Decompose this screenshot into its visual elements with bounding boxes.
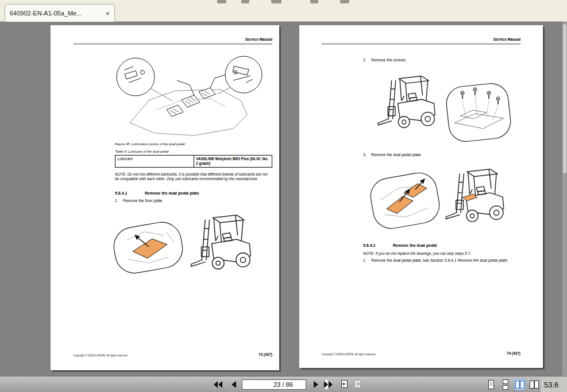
- note-text: NOTE: If you do not replace the bearings…: [363, 251, 517, 256]
- section-heading: 5.8.4.1Remove the dual pedal plate: [115, 191, 199, 195]
- clipped-toolbar-fragment: [340, 0, 349, 3]
- step-number: 2.: [363, 58, 371, 63]
- book-view-icon: [529, 379, 539, 390]
- lubricant-table: Lubricant VASELINE Molykote BR2 Plus (NL…: [115, 155, 272, 168]
- header-rule: [322, 43, 520, 45]
- next-page-button[interactable]: [311, 381, 321, 389]
- tab-title: 640902-EN-A1-05a_Me...: [10, 10, 102, 17]
- clipped-toolbar-fragment: [310, 0, 318, 3]
- previous-view-button[interactable]: [339, 380, 349, 388]
- page-number: 74 (437): [507, 351, 520, 355]
- scrollbar-thumb[interactable]: [563, 24, 566, 173]
- section-number: 5.8.4.2: [363, 243, 393, 247]
- page-number-box: ▼: [242, 379, 306, 390]
- step-item: 2.Remove the screws.: [363, 58, 512, 63]
- step-item: 1.Remove the dual pedal plate, see Secti…: [363, 258, 516, 263]
- remove-pedal-plate-illustration: [369, 160, 513, 243]
- copyright-text: Copyright © 2018 by MCFE. All rights res…: [74, 354, 128, 357]
- copyright-text: Copyright © 2018 by MCFE. All rights res…: [322, 353, 376, 356]
- previous-page-button[interactable]: [228, 381, 238, 389]
- table-cell-lubricant-value: VASELINE Molykote BR2 Plus (NLGI. No. 2 …: [194, 156, 272, 167]
- section-heading: 5.8.4.2Remove the dual pedal: [363, 243, 437, 247]
- table-caption: Table 5: Lubricant of the dual pedal: [115, 150, 169, 153]
- tab-close-icon[interactable]: ×: [105, 10, 110, 17]
- header-rule: [74, 43, 272, 45]
- bottom-toolbar: ▼: [0, 376, 567, 392]
- step-item: 3.Remove the dual pedal plate.: [363, 153, 512, 157]
- remove-screws-illustration: [374, 65, 512, 152]
- section-title: Remove the dual pedal plate: [145, 191, 199, 195]
- page-header-label: Service Manual: [245, 37, 272, 41]
- note-text: NOTE: Do not mix different lubricants. I…: [115, 172, 269, 181]
- book-view-button[interactable]: [529, 379, 540, 390]
- clipped-toolbar-fragment: [241, 0, 249, 3]
- step-text: Remove the screws.: [371, 58, 407, 63]
- lubrication-points-illustration: [108, 55, 272, 141]
- first-page-button[interactable]: [213, 381, 223, 389]
- step-text: Remove the floor plate.: [123, 199, 163, 203]
- figure-caption: Figure 45: Lubrication points of the dua…: [115, 142, 185, 146]
- tab-bar: 640902-EN-A1-05a_Me... ×: [0, 0, 567, 22]
- document-tab[interactable]: 640902-EN-A1-05a_Me... ×: [5, 4, 115, 22]
- next-page-icon: [313, 381, 319, 389]
- step-item: 1.Remove the floor plate.: [115, 199, 270, 203]
- pdf-page-74: Service Manual 2.Remove the screws.: [299, 25, 543, 368]
- last-page-button[interactable]: [323, 381, 333, 389]
- section-reference: 5.8.4.1 Remove the dual pedal plate.: [445, 258, 508, 262]
- continuous-view-icon: [500, 379, 511, 390]
- floor-plate-removal-illustration: [111, 207, 266, 288]
- previous-page-icon: [230, 381, 237, 389]
- section-number: 5.8.4.1: [115, 191, 145, 195]
- facing-pages-view-button[interactable]: [514, 379, 526, 390]
- fast-forward-icon: [323, 381, 333, 389]
- zoom-level-label: 53.6: [541, 381, 558, 389]
- continuous-view-button[interactable]: [500, 379, 511, 390]
- page-number: 73 (437): [259, 352, 272, 356]
- clipped-toolbar-fragment: [217, 0, 226, 3]
- step-number: 1.: [115, 199, 123, 203]
- next-view-button[interactable]: [352, 380, 362, 388]
- fast-backward-icon: [213, 381, 223, 389]
- single-page-view-icon: [486, 379, 496, 390]
- clipped-toolbar-fragment: [271, 0, 281, 3]
- pdf-viewer-window: 640902-EN-A1-05a_Me... × Service Manual: [0, 0, 567, 392]
- step-text: Remove the dual pedal plate.: [371, 153, 422, 157]
- next-view-icon: [353, 379, 362, 389]
- facing-pages-view-icon: [515, 379, 525, 390]
- zoom-status-panel: 53.6: [541, 377, 567, 392]
- section-title: Remove the dual pedal: [393, 243, 437, 247]
- step-text: Remove the dual pedal plate, see Section…: [371, 258, 516, 263]
- vertical-scrollbar[interactable]: [562, 22, 567, 376]
- step-number: 1.: [363, 258, 371, 263]
- page-header-label: Service Manual: [493, 37, 520, 41]
- step-number: 3.: [363, 153, 371, 157]
- pdf-page-73: Service Manual: [51, 25, 279, 370]
- table-cell-lubricant: Lubricant: [115, 156, 194, 167]
- previous-view-icon: [340, 379, 349, 389]
- single-page-view-button[interactable]: [485, 379, 497, 390]
